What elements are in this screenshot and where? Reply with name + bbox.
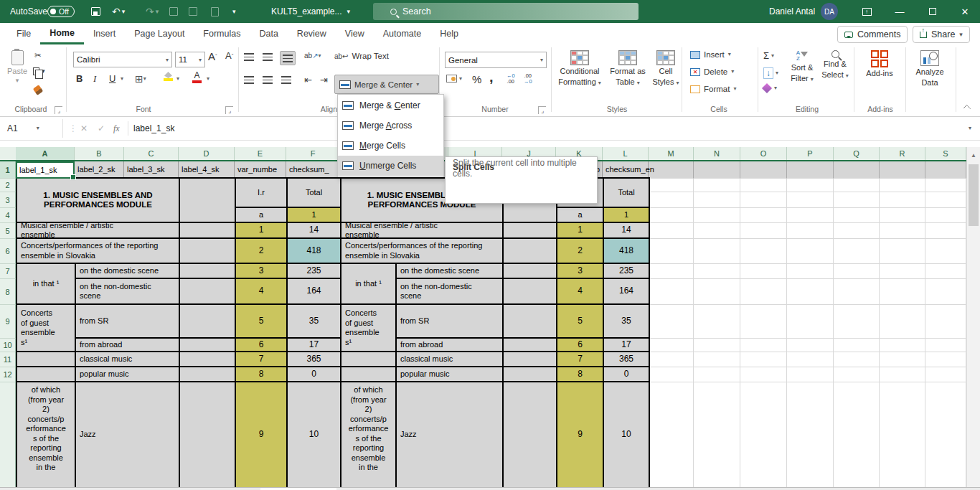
format-as-table-button[interactable]: Format as Table ▾ — [607, 50, 649, 87]
percent-style-button[interactable]: % — [472, 73, 481, 85]
cell-P5[interactable] — [787, 223, 834, 239]
cell-module-title[interactable]: 1. MUSIC ENSEMBLES AND PERFORMANCES MODU… — [17, 179, 180, 223]
fill-color-button[interactable] — [164, 72, 173, 81]
cell-row9-label[interactable]: from SR — [76, 305, 180, 339]
cut-button[interactable]: ✂ — [34, 50, 42, 60]
fill-color-options[interactable]: ▾ — [176, 76, 179, 82]
cell-S3[interactable] — [925, 192, 966, 208]
row-header-9[interactable]: 9 — [0, 305, 16, 339]
underline-button[interactable]: U — [109, 73, 116, 84]
avatar[interactable]: DA — [821, 3, 838, 20]
expand-formula-bar-button[interactable]: ▾ — [969, 119, 971, 138]
conditional-formatting-button[interactable]: Conditional Formatting ▾ — [557, 50, 603, 87]
cell-R13[interactable] — [880, 382, 925, 487]
align-right-button[interactable] — [281, 76, 291, 84]
cell-P11[interactable] — [787, 352, 834, 367]
empty-cell[interactable] — [504, 279, 557, 305]
cell-Q4[interactable] — [834, 208, 880, 223]
cell-R7[interactable] — [880, 264, 925, 279]
scroll-up-icon[interactable]: ▲ — [967, 149, 980, 161]
col-header-C[interactable]: C — [124, 147, 179, 160]
row-header-7[interactable]: 7 — [0, 264, 16, 279]
cell-M5[interactable] — [649, 223, 694, 239]
cell-row12-label[interactable]: popular music — [397, 367, 504, 382]
cell-R10[interactable] — [880, 339, 925, 352]
row-header-5[interactable]: 5 — [0, 223, 16, 239]
copy-button[interactable]: ▾ — [33, 67, 45, 75]
cell-S12[interactable] — [925, 367, 966, 382]
file-name-menu[interactable]: KULT5_example...▾ — [271, 0, 350, 23]
cell-row7-label[interactable]: on the domestic scene — [76, 264, 180, 279]
cell-inthat-group[interactable]: in that ¹ — [17, 264, 76, 305]
cell-O6[interactable] — [740, 239, 787, 264]
cell-row5-label[interactable]: Musical ensemble / artistic ensemble — [341, 223, 504, 239]
cell-N6[interactable] — [694, 239, 740, 264]
cell-Q11[interactable] — [834, 352, 880, 367]
analyze-data-button[interactable]: Analyze Data — [908, 50, 951, 88]
cell-S11[interactable] — [925, 352, 966, 367]
cell-F1[interactable]: checksum_ — [286, 161, 340, 177]
autosave-toggle[interactable]: Off — [47, 6, 75, 17]
decrease-indent-button[interactable]: ⇤ — [304, 75, 312, 85]
menu-item-merge-across[interactable]: Merge Across — [338, 116, 443, 136]
cell-O2[interactable] — [740, 179, 787, 192]
cell-O5[interactable] — [740, 223, 787, 239]
cell-row10-value[interactable]: 17 — [604, 339, 650, 352]
cell-Q13[interactable] — [834, 382, 880, 487]
cell-S1[interactable] — [925, 161, 966, 179]
cell-A1-selected[interactable]: label_1_sk — [16, 161, 75, 179]
empty-cell[interactable] — [180, 382, 236, 487]
font-name-select[interactable]: Calibri▾ — [73, 52, 172, 67]
cell-N1[interactable] — [694, 161, 740, 179]
cell-M10[interactable] — [649, 339, 694, 352]
cell-row11-num[interactable]: 7 — [557, 352, 604, 367]
cell-row6-label[interactable]: Concerts/performances of the reporting e… — [341, 239, 504, 264]
cell-P6[interactable] — [787, 239, 834, 264]
insert-cells-button[interactable]: Insert▾ — [690, 50, 731, 59]
cell-P7[interactable] — [787, 264, 834, 279]
autosum-button[interactable]: Σ▾ — [763, 50, 774, 61]
cell-S13[interactable] — [925, 382, 966, 487]
menu-item-unmerge-cells[interactable]: Unmerge Cells — [338, 156, 443, 176]
sheet-grid[interactable]: 123456789101112 label_1_sk label_2_sk la… — [0, 161, 966, 487]
cell-N12[interactable] — [694, 367, 740, 382]
col-header-F[interactable]: F — [286, 147, 340, 160]
cell-row13-value[interactable]: 10 — [288, 382, 341, 487]
cell-N4[interactable] — [694, 208, 740, 223]
cell-row9-num[interactable]: 5 — [557, 305, 604, 339]
cell-guest-group[interactable]: Concerts of guest ensemble s¹ — [341, 305, 397, 352]
tab-page-layout[interactable]: Page Layout — [125, 23, 194, 44]
cell-S5[interactable] — [925, 223, 966, 239]
cell-D1[interactable]: label_4_sk — [179, 161, 235, 177]
cell-S6[interactable] — [925, 239, 966, 264]
cell-Q1[interactable] — [834, 161, 880, 179]
increase-indent-button[interactable]: ⇥ — [320, 75, 328, 85]
empty-cell[interactable] — [341, 352, 397, 367]
cell-row9-num[interactable]: 5 — [236, 305, 288, 339]
underline-options-button[interactable]: ▾ — [121, 76, 123, 82]
cell-O8[interactable] — [740, 279, 787, 305]
empty-cell[interactable] — [180, 367, 236, 382]
cell-P8[interactable] — [787, 279, 834, 305]
increase-decimal-button[interactable]: ←0.00 — [507, 73, 515, 85]
cell-R5[interactable] — [880, 223, 925, 239]
cell-row12-value[interactable]: 0 — [288, 367, 341, 382]
cell-N5[interactable] — [694, 223, 740, 239]
cell-row5-num[interactable]: 1 — [236, 223, 288, 239]
number-format-select[interactable]: General▾ — [445, 52, 547, 68]
cell-O10[interactable] — [740, 339, 787, 352]
cell-E1[interactable]: var_numbe — [235, 161, 286, 177]
comma-style-button[interactable]: , — [489, 69, 494, 85]
cell-S2[interactable] — [925, 179, 966, 192]
cell-row9-value[interactable]: 35 — [288, 305, 341, 339]
merge-center-button[interactable]: Merge & Center▾ — [334, 75, 439, 94]
cell-N11[interactable] — [694, 352, 740, 367]
empty-cell[interactable] — [180, 264, 236, 279]
cell-row13-label[interactable]: Jazz — [397, 382, 504, 487]
empty-cell[interactable] — [180, 279, 236, 305]
empty-cell[interactable] — [180, 305, 236, 339]
scrollbar-thumb[interactable] — [969, 164, 979, 226]
cell-M7[interactable] — [649, 264, 694, 279]
cell-Q6[interactable] — [834, 239, 880, 264]
cell-row10-value[interactable]: 17 — [288, 339, 341, 352]
